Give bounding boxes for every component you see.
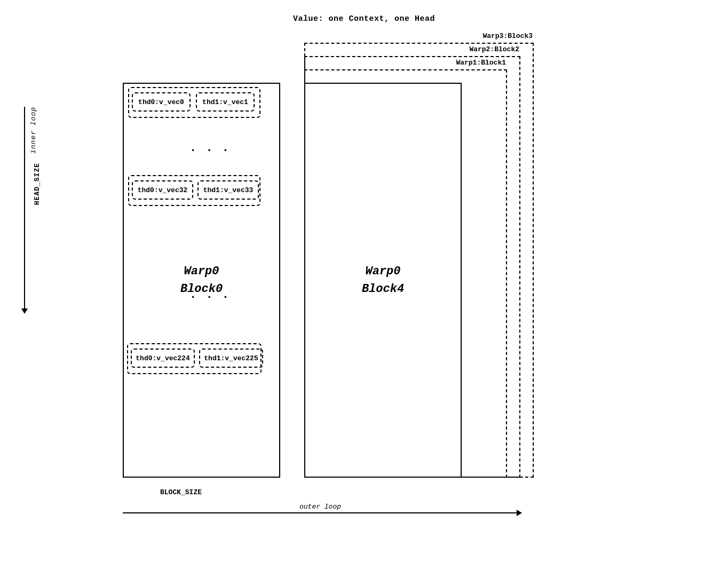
inner-loop-arrow <box>24 107 25 310</box>
warp1-label: Warp1:Block1 <box>456 59 506 67</box>
inner-loop-label: inner loop <box>29 107 37 154</box>
dots-mid: · · · <box>189 291 230 304</box>
reg-v-vec1: thd1:v_vec1 <box>196 92 255 112</box>
warp2-label: Warp2:Block2 <box>469 45 519 53</box>
outer-loop-line: outer loop <box>123 512 518 513</box>
reg-v-vec224: thd0:v_vec224 <box>131 349 195 368</box>
warp0-block4-text: Warp0 Block4 <box>362 263 404 298</box>
inner-loop-label2: HEAD_SIZE <box>33 163 41 205</box>
outer-loop-text: outer loop <box>299 503 341 511</box>
reg-v-vec33: thd1:v_vec33 <box>197 180 259 200</box>
warp0-block4-label: Warp0 Block4 <box>304 83 462 478</box>
outer-loop-container: outer loop <box>123 512 518 513</box>
reg-v-vec0: thd0:v_vec0 <box>132 92 191 112</box>
reg-v-vec225: thd1:v_vec225 <box>199 349 263 368</box>
reg-v-vec32: thd0:v_vec32 <box>132 180 193 200</box>
page-title: Value: one Context, one Head <box>0 14 728 23</box>
warp0-block0-label: Warp0 Block0 <box>123 83 280 478</box>
dots-top: · · · <box>189 144 230 157</box>
block-size-label: BLOCK_SIZE <box>160 488 202 496</box>
warp3-label: Warp3:Block3 <box>482 32 533 40</box>
